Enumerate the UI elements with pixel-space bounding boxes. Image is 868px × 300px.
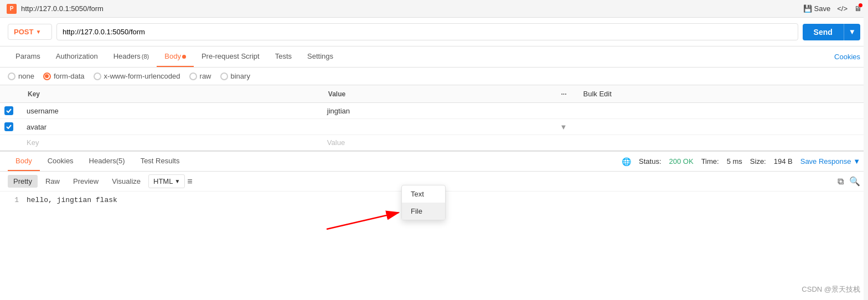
- th-key: Key: [22, 85, 323, 103]
- chevron-down-icon: ▼: [560, 123, 567, 131]
- format-tab-raw[interactable]: Raw: [40, 175, 65, 188]
- body-options: none form-data x-www-form-urlencoded raw: [0, 68, 868, 85]
- row2-value[interactable]: [323, 119, 556, 135]
- send-dropdown-button[interactable]: ▼: [844, 24, 860, 40]
- send-button[interactable]: Send: [803, 24, 844, 40]
- row2-key[interactable]: avatar: [22, 119, 323, 135]
- main-container: POST ▼ Send ▼ Params A: [0, 18, 868, 300]
- watermark: CSDN @景天技栈: [802, 285, 860, 294]
- status-label: Status:: [639, 157, 661, 165]
- row2-chevron[interactable]: ▼: [556, 119, 578, 135]
- table-row: username jingtian: [0, 103, 868, 119]
- radio-form-data: [43, 73, 51, 80]
- response-section: Body Cookies Headers(5) Test Results 🌐 S…: [0, 151, 868, 300]
- option-none[interactable]: none: [8, 72, 34, 80]
- tab-headers[interactable]: Headers(8): [106, 46, 157, 67]
- table-row: avatar ▼: [0, 119, 868, 135]
- radio-raw: [189, 73, 197, 80]
- scrollbar[interactable]: [864, 0, 868, 300]
- send-chevron-icon: ▼: [849, 28, 856, 36]
- size-value: 194 B: [774, 157, 793, 165]
- time-label: Time:: [701, 157, 719, 165]
- option-form-data[interactable]: form-data: [43, 72, 85, 80]
- form-table: Key Value ··· Bulk Edit: [0, 85, 868, 151]
- save-icon: 💾: [803, 4, 812, 13]
- title-url: http://127.0.0.1:5050/form: [21, 4, 104, 13]
- option-raw[interactable]: raw: [189, 72, 211, 80]
- code-button[interactable]: </>: [837, 4, 848, 13]
- url-bar: POST ▼ Send ▼: [0, 18, 868, 46]
- request-section: POST ▼ Send ▼ Params A: [0, 18, 868, 151]
- notification-icon[interactable]: 🖥: [854, 4, 861, 13]
- response-tab-headers[interactable]: Headers(5): [81, 152, 133, 171]
- bulk-edit-button[interactable]: Bulk Edit: [583, 90, 612, 98]
- code-content: hello, jingtian flask: [27, 196, 117, 296]
- form-table-wrapper: Key Value ··· Bulk Edit: [0, 85, 868, 151]
- row2-checkbox[interactable]: [4, 122, 13, 131]
- method-select[interactable]: POST ▼: [8, 24, 52, 40]
- format-language-select[interactable]: HTML ▼: [148, 174, 185, 188]
- request-tabs-row: Params Authorization Headers(8) Body Pre…: [0, 46, 868, 68]
- url-input[interactable]: [56, 23, 798, 40]
- app-icon: P: [7, 4, 17, 14]
- format-tab-preview[interactable]: Preview: [68, 175, 104, 188]
- title-save-button[interactable]: 💾 Save: [803, 4, 831, 13]
- th-value: Value: [323, 85, 556, 103]
- wrap-icon[interactable]: ≡: [187, 177, 192, 187]
- th-more: ···: [556, 85, 578, 103]
- th-checkbox: [0, 85, 22, 103]
- size-label: Size:: [750, 157, 766, 165]
- radio-none: [8, 73, 16, 80]
- line-numbers: 1: [8, 196, 19, 296]
- row1-more[interactable]: [556, 103, 578, 119]
- radio-binary: [220, 73, 228, 80]
- empty-value[interactable]: Value: [323, 135, 556, 151]
- search-icon[interactable]: 🔍: [849, 176, 860, 187]
- table-row-empty: Key Value: [0, 135, 868, 151]
- format-bar-right: ⧉ 🔍: [838, 176, 860, 187]
- body-dot: [182, 55, 186, 59]
- time-value: 5 ms: [727, 157, 742, 165]
- copy-icon[interactable]: ⧉: [838, 177, 844, 187]
- tab-tests[interactable]: Tests: [267, 46, 299, 67]
- empty-key[interactable]: Key: [22, 135, 323, 151]
- response-meta: 🌐 Status: 200 OK Time: 5 ms Size: 194 B …: [622, 157, 860, 166]
- tab-authorization[interactable]: Authorization: [48, 46, 106, 67]
- response-tabs-row: Body Cookies Headers(5) Test Results 🌐 S…: [0, 152, 868, 172]
- tab-settings[interactable]: Settings: [299, 46, 341, 67]
- notification-dot: [859, 3, 862, 7]
- cookies-link[interactable]: Cookies: [834, 53, 860, 61]
- save-response-button[interactable]: Save Response ▼: [800, 157, 860, 165]
- format-tab-visualize[interactable]: Visualize: [106, 175, 146, 188]
- response-tabs: Body Cookies Headers(5) Test Results: [8, 152, 187, 171]
- method-chevron-icon: ▼: [35, 29, 41, 35]
- response-tab-cookies[interactable]: Cookies: [40, 152, 81, 171]
- status-value: 200 OK: [669, 157, 694, 165]
- row1-key[interactable]: username: [22, 103, 323, 119]
- format-tabs: Pretty Raw Preview Visualize HTML ▼ ≡: [8, 174, 193, 188]
- row1-checkbox[interactable]: [4, 106, 13, 115]
- th-bulk-edit: Bulk Edit: [578, 85, 868, 103]
- option-binary[interactable]: binary: [220, 72, 250, 80]
- format-tab-pretty[interactable]: Pretty: [8, 175, 38, 188]
- radio-x-www: [94, 73, 101, 80]
- option-x-www-form-urlencoded[interactable]: x-www-form-urlencoded: [94, 72, 180, 80]
- globe-icon: 🌐: [622, 157, 631, 166]
- title-bar: P http://127.0.0.1:5050/form 💾 Save </> …: [0, 0, 868, 18]
- context-menu: Text File: [401, 185, 446, 220]
- row1-value[interactable]: jingtian: [323, 103, 556, 119]
- save-response-chevron-icon: ▼: [853, 157, 860, 165]
- response-tab-body[interactable]: Body: [8, 152, 40, 171]
- tab-body[interactable]: Body: [157, 46, 194, 67]
- request-tabs: Params Authorization Headers(8) Body Pre…: [8, 46, 341, 67]
- tab-params[interactable]: Params: [8, 46, 48, 67]
- send-button-group: Send ▼: [803, 24, 860, 40]
- html-select-chevron-icon: ▼: [174, 178, 180, 184]
- tab-pre-request-script[interactable]: Pre-request Script: [194, 46, 267, 67]
- response-tab-test-results[interactable]: Test Results: [133, 152, 188, 171]
- context-menu-text[interactable]: Text: [402, 185, 445, 203]
- context-menu-file[interactable]: File: [402, 203, 445, 220]
